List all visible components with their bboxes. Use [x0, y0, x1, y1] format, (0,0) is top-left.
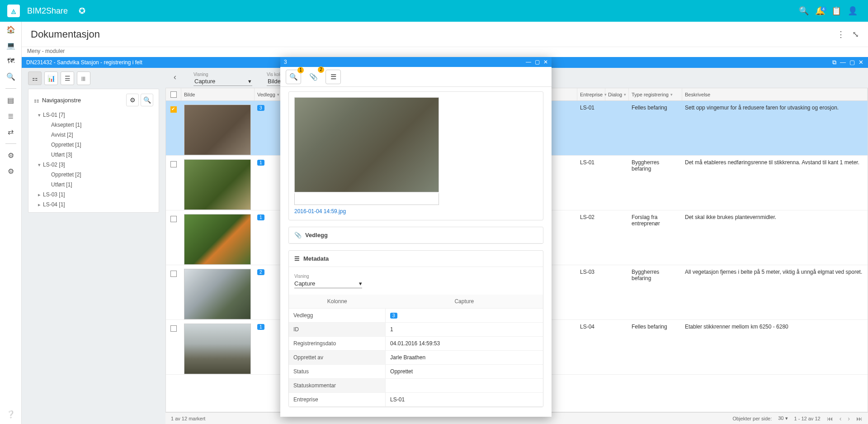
- tree-item[interactable]: ▸LS-04 [1]: [31, 200, 156, 210]
- meta-key: Entreprise: [289, 393, 386, 407]
- dialog-close-icon[interactable]: ✕: [543, 59, 548, 65]
- th-ent[interactable]: Entreprise: [580, 92, 603, 97]
- sync-icon[interactable]: ⇄: [8, 128, 14, 136]
- select-all-checkbox[interactable]: [170, 91, 177, 98]
- zoom-button[interactable]: 🔍1: [286, 70, 301, 84]
- collapse-icon[interactable]: ⤡: [852, 29, 859, 39]
- list-button[interactable]: ☰: [326, 70, 341, 84]
- more-icon[interactable]: ⋮: [837, 29, 845, 39]
- row-checkbox[interactable]: [170, 106, 177, 113]
- row-ent: LS-01: [577, 105, 605, 111]
- tree-item[interactable]: ▾LS-01 [7]: [31, 110, 156, 120]
- logo-icon: ◬: [7, 5, 20, 17]
- chevron-icon[interactable]: ▾: [36, 162, 43, 168]
- lines-icon[interactable]: ≣: [8, 112, 14, 120]
- attach-icon: 📎: [294, 232, 302, 238]
- project-title: DN231432 - Sandvika Stasjon - registreri…: [26, 59, 142, 66]
- row-checkbox[interactable]: [170, 271, 177, 277]
- view-bar-button[interactable]: ⫼: [77, 71, 90, 85]
- rail-divider-2: [5, 143, 16, 144]
- row-thumbnail[interactable]: [184, 159, 251, 210]
- help-icon[interactable]: ❔: [6, 410, 15, 419]
- tree-subitem[interactable]: Opprettet [1]: [31, 140, 156, 150]
- sort-icon[interactable]: ▾: [277, 92, 279, 97]
- box-icon[interactable]: ▤: [7, 96, 14, 105]
- row-typ: Forslag fra entreprenør: [629, 214, 682, 227]
- minimize-icon[interactable]: —: [840, 59, 846, 66]
- meta-val: 04.01.2016 14:59:53: [386, 337, 543, 351]
- navtree-search-button[interactable]: 🔍: [141, 94, 153, 106]
- attach-button[interactable]: 📎2: [306, 70, 321, 84]
- tree-item[interactable]: ▾LS-02 [3]: [31, 160, 156, 170]
- dialog-min-icon[interactable]: —: [526, 59, 531, 65]
- row-besk: Det må etableres nedføringsrenne til sti…: [682, 159, 868, 166]
- tree-subitem[interactable]: Avvist [2]: [31, 130, 156, 140]
- view-tree-button[interactable]: ⚏: [28, 71, 42, 85]
- perpage-select[interactable]: 30 ▾: [778, 415, 788, 421]
- brand: BIM2Share: [27, 6, 68, 16]
- visning-select[interactable]: Capture▾: [193, 77, 252, 86]
- th-typ[interactable]: Type registrering: [632, 92, 669, 97]
- home-icon[interactable]: 🏠: [6, 25, 15, 34]
- th-dialog[interactable]: Dialog: [608, 92, 622, 97]
- meta-badge: 3: [390, 313, 397, 319]
- meta-row: Vedlegg3: [289, 309, 543, 323]
- navtree-gear-button[interactable]: ⚙: [126, 94, 139, 106]
- sort-icon[interactable]: ▾: [624, 92, 626, 97]
- open-external-icon[interactable]: ⧉: [832, 59, 836, 66]
- map-icon[interactable]: 🗺: [7, 57, 14, 65]
- account-icon[interactable]: 👤: [844, 6, 861, 16]
- filters-back-icon[interactable]: ‹: [171, 72, 179, 82]
- page-first-icon[interactable]: ⏮: [827, 415, 833, 422]
- page-last-icon[interactable]: ⏭: [856, 415, 863, 422]
- row-besk: Sett opp vingemur for å redusere faren f…: [682, 105, 868, 111]
- page-next-icon[interactable]: ›: [848, 415, 850, 422]
- meta-row: Opprettet avJarle Braathen: [289, 351, 543, 365]
- menu-modules-label[interactable]: Meny - moduler: [22, 47, 868, 57]
- th-bilde[interactable]: Bilde: [184, 92, 195, 97]
- tree-subitem[interactable]: Akseptert [1]: [31, 120, 156, 130]
- chevron-icon[interactable]: ▾: [36, 112, 43, 118]
- sort-icon[interactable]: ▾: [670, 92, 673, 97]
- page-title: Dokumentasjon: [31, 29, 830, 40]
- row-checkbox[interactable]: [170, 325, 177, 332]
- preview-image[interactable]: [294, 97, 439, 192]
- tree-subitem[interactable]: Utført [3]: [31, 150, 156, 160]
- row-thumbnail[interactable]: [184, 105, 251, 155]
- gear-icon[interactable]: ⚙: [8, 151, 14, 160]
- star-icon[interactable]: ✪: [79, 6, 85, 16]
- laptop-icon[interactable]: 💻: [6, 41, 15, 50]
- bell-icon[interactable]: 🔔4: [812, 6, 828, 16]
- rail-divider: [5, 88, 16, 89]
- tree-subitem[interactable]: Opprettet [2]: [31, 170, 156, 180]
- search-rail-icon[interactable]: 🔍: [6, 72, 15, 81]
- dialog-titlebar[interactable]: 3 — ▢ ✕: [280, 57, 552, 67]
- row-checkbox[interactable]: [170, 161, 177, 167]
- meta-visning-select[interactable]: Capture▾: [294, 279, 362, 288]
- page-prev-icon[interactable]: ‹: [840, 415, 842, 422]
- clipboard-icon[interactable]: 📋: [828, 6, 844, 16]
- view-chart-button[interactable]: 📊: [44, 71, 58, 85]
- close-icon[interactable]: ✕: [859, 59, 863, 66]
- view-list-button[interactable]: ☰: [61, 71, 74, 85]
- tree-item[interactable]: ▸LS-03 [1]: [31, 190, 156, 200]
- chevron-icon[interactable]: ▸: [36, 192, 43, 198]
- row-typ: Byggherres befaring: [629, 159, 682, 172]
- image-filename[interactable]: 2016-01-04 14:59.jpg: [294, 208, 538, 214]
- row-thumbnail[interactable]: [184, 324, 251, 374]
- page-header: Dokumentasjon ⋮ ⤡: [22, 22, 868, 47]
- navtree-title: Navigasjonstre: [42, 97, 124, 104]
- th-besk[interactable]: Beskrivelse: [685, 92, 710, 97]
- dialog-max-icon[interactable]: ▢: [535, 59, 540, 65]
- th-vedlegg[interactable]: Vedlegg: [257, 92, 275, 97]
- row-thumbnail[interactable]: [184, 269, 251, 319]
- row-checkbox[interactable]: [170, 216, 177, 222]
- vedlegg-badge: 2: [257, 269, 264, 275]
- dialog-body: 2016-01-04 14:59.jpg 📎Vedlegg ☰Metadata …: [280, 87, 552, 417]
- gear2-icon[interactable]: ⚙: [8, 167, 14, 176]
- tree-subitem[interactable]: Utført [1]: [31, 180, 156, 190]
- row-thumbnail[interactable]: [184, 214, 251, 265]
- search-icon[interactable]: 🔍: [796, 6, 812, 16]
- maximize-icon[interactable]: ▢: [849, 59, 855, 66]
- chevron-icon[interactable]: ▸: [36, 202, 43, 208]
